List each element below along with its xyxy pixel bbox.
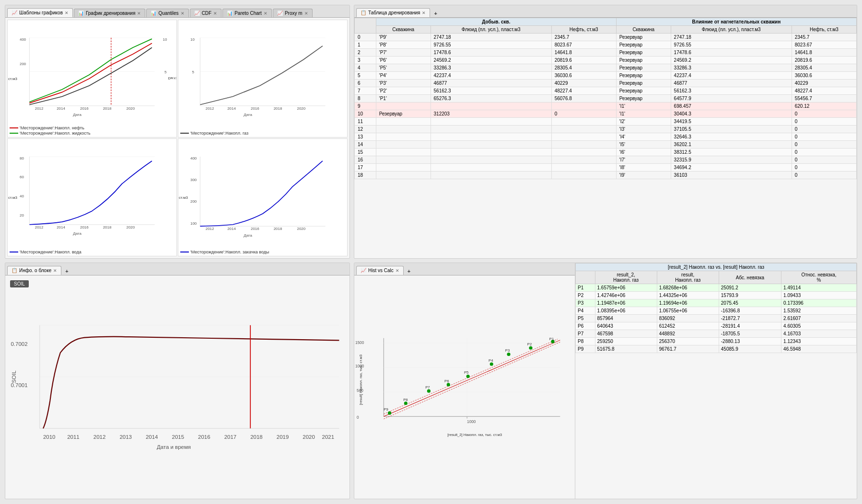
td-well: 'P2' <box>376 87 431 95</box>
svg-text:20: 20 <box>20 213 24 218</box>
chart-oil-liquid-legend: 'Месторождение':Накопл. нефть 'Месторожд… <box>10 126 91 136</box>
tab-drain[interactable]: 📊 График дренирования ✕ <box>74 9 145 17</box>
td-inj-well: Резервуар <box>616 41 671 49</box>
td-inj-oil: 20819.6 <box>792 57 856 64</box>
td-rid: P1 <box>576 284 595 292</box>
td-rrel: 1.12343 <box>781 338 857 345</box>
legend-oil-line <box>10 127 18 128</box>
td-rrel: 4.16703 <box>781 330 857 338</box>
hist-tab-bar: 📈 Hist vs Calc ✕ + <box>354 263 575 275</box>
td-inj-oil: 14641.8 <box>792 49 856 57</box>
td-inj-fluid: 56162.3 <box>671 87 792 95</box>
tab-close-drain-table[interactable]: ✕ <box>422 11 426 15</box>
td-inj-well: Резервуар <box>616 49 671 57</box>
td-rid: P9 <box>576 345 595 353</box>
td-inj-fluid: 32646.3 <box>671 133 792 141</box>
tab-close-templates[interactable]: ✕ <box>65 11 69 15</box>
tab-info[interactable]: 📋 Инфо. о блоке ✕ <box>7 266 61 275</box>
svg-text:2020: 2020 <box>303 434 315 440</box>
svg-text:Дата: Дата <box>73 231 82 236</box>
svg-text:2012: 2012 <box>206 227 214 231</box>
svg-text:2020: 2020 <box>127 225 135 229</box>
svg-text:2021: 2021 <box>322 434 335 440</box>
td-rabs: 2075.45 <box>719 299 781 307</box>
td-inj-oil: 0 <box>792 149 856 156</box>
tab-proxy[interactable]: 📈 Proxy m ✕ <box>273 9 313 17</box>
svg-text:2012: 2012 <box>35 225 44 229</box>
td-rv2: 612452 <box>657 322 719 330</box>
td-inj-fluid: 42237.4 <box>671 72 792 80</box>
table-row: 3 'P6' 24569.2 20819.6 Резервуар 24569.2… <box>355 57 857 64</box>
svg-text:2016: 2016 <box>251 106 259 111</box>
tab-close-drain[interactable]: ✕ <box>137 11 141 16</box>
td-idx: 11 <box>355 118 376 126</box>
tab-close-quantiles[interactable]: ✕ <box>181 11 185 16</box>
td-well <box>376 164 431 172</box>
td-rv2: 256370 <box>657 338 719 345</box>
add-hist-tab-btn[interactable]: + <box>405 267 413 275</box>
chart-water-legend: 'Месторождение':Накопл. вода <box>10 250 82 255</box>
table-row: 9 'I1' 698.457 620.12 <box>355 103 857 110</box>
svg-text:2015: 2015 <box>172 434 185 440</box>
svg-text:40: 40 <box>20 194 24 198</box>
svg-text:400: 400 <box>190 156 197 160</box>
scatter-svg: 0 500 1000 1500 [result] Накопл. газ, ты… <box>354 275 575 499</box>
quantiles-icon: 📊 <box>151 11 156 16</box>
add-info-tab-btn[interactable]: + <box>62 267 71 275</box>
table-row: 8 'P1' 65276.3 56076.8 Резервуар 64577.9… <box>355 95 857 103</box>
svg-text:2019: 2019 <box>277 434 289 440</box>
tab-close-cdf[interactable]: ✕ <box>213 11 217 16</box>
td-oil: 20819.6 <box>551 57 616 64</box>
td-fluid: 2747.18 <box>431 34 551 41</box>
tab-quantiles[interactable]: 📊 Quantiles ✕ <box>146 9 188 17</box>
td-idx: 0 <box>355 34 376 41</box>
svg-text:0: 0 <box>357 415 359 420</box>
add-table-tab-btn[interactable]: + <box>431 10 440 17</box>
table-row: 12 'I3' 37105.5 0 <box>355 126 857 133</box>
th-inj-oil: Нефть, ст.м3 <box>792 26 856 34</box>
td-rid: P4 <box>576 307 595 315</box>
result-table-row: P2 1.42746e+06 1.44325e+06 15793.9 1.094… <box>576 292 857 299</box>
td-rv2: 1.68268e+06 <box>657 284 719 292</box>
tab-close-pareto[interactable]: ✕ <box>264 11 268 16</box>
charts-tab-bar: 📈 Шаблоны графиков ✕ 📊 График дренирован… <box>5 5 349 18</box>
tab-templates[interactable]: 📈 Шаблоны графиков ✕ <box>7 8 73 17</box>
td-inj-fluid: 36202.1 <box>671 141 792 149</box>
td-inj-oil: 0 <box>792 110 856 118</box>
td-well <box>376 172 431 179</box>
svg-text:2014: 2014 <box>227 227 236 231</box>
info-tab-bar: 📋 Инфо. о блоке ✕ + <box>5 263 349 275</box>
tab-cdf[interactable]: 📈 CDF ✕ <box>190 9 222 17</box>
td-inj-oil: 48227.4 <box>792 87 856 95</box>
tab-pareto[interactable]: 📊 Pareto Chart ✕ <box>222 9 272 17</box>
drain-table-container[interactable]: Добыв. скв. Влияние от нагнетательных ск… <box>354 18 857 258</box>
td-well: 'P6' <box>376 57 431 64</box>
td-rv2: 96761.7 <box>657 345 719 353</box>
td-idx: 15 <box>355 149 376 156</box>
td-inj-well: 'I6' <box>616 149 671 156</box>
td-idx: 7 <box>355 87 376 95</box>
svg-line-93 <box>384 339 558 414</box>
scatter-point-p4 <box>490 362 493 366</box>
td-fluid <box>431 141 551 149</box>
legend-gas: 'Месторождение':Накопл. газ <box>180 131 248 136</box>
td-rabs: -28191.4 <box>719 322 781 330</box>
td-idx: 3 <box>355 57 376 64</box>
td-idx: 2 <box>355 49 376 57</box>
tab-drain-table[interactable]: 📋 Таблица дренирования ✕ <box>356 8 430 17</box>
td-fluid <box>431 133 551 141</box>
soil-badge: SOIL <box>10 280 29 287</box>
svg-text:2018: 2018 <box>103 106 112 111</box>
tab-close-proxy[interactable]: ✕ <box>304 11 308 16</box>
result-table-container[interactable]: [result_2] Накопл. газ vs. [result] Нако… <box>575 263 857 499</box>
tab-hist-calc[interactable]: 📈 Hist vs Calc ✕ <box>356 266 404 275</box>
tab-close-hist[interactable]: ✕ <box>396 268 399 273</box>
td-idx: 1 <box>355 41 376 49</box>
td-inj-oil: 8023.67 <box>792 41 856 49</box>
td-well: 'P9' <box>376 34 431 41</box>
table-row: 4 'P5' 33286.3 28305.4 Резервуар 33286.3… <box>355 64 857 72</box>
cdf-icon: 📈 <box>194 11 200 16</box>
scatter-point-p3 <box>507 353 510 356</box>
tab-close-info[interactable]: ✕ <box>53 268 57 273</box>
drain-icon: 📊 <box>78 11 84 16</box>
